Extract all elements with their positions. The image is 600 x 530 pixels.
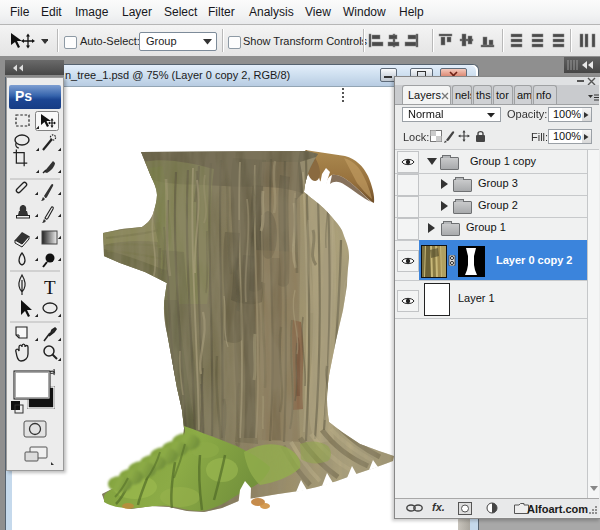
svg-text:T: T xyxy=(44,277,56,298)
